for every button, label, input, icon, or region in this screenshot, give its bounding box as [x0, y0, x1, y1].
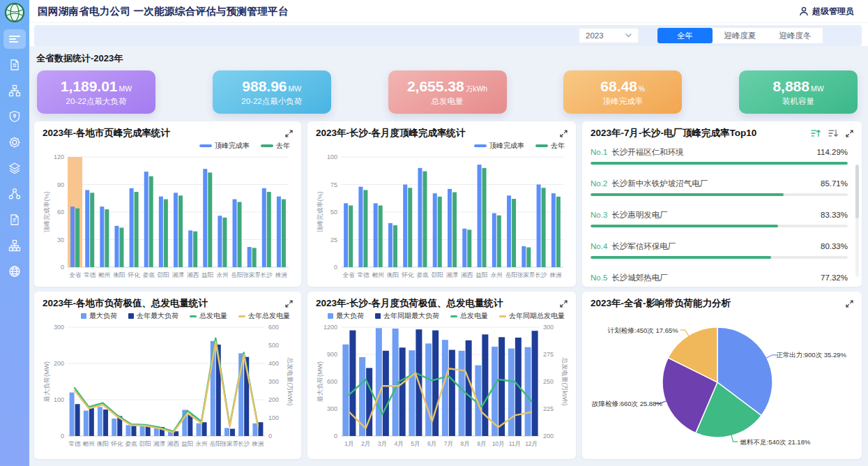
svg-text:永州: 永州 [196, 440, 208, 447]
stat-card: 68.48%顶峰完成率 [563, 70, 682, 114]
shield-icon [8, 110, 21, 123]
legend-item[interactable]: 去年最大负荷 [128, 311, 178, 321]
sidebar-item-overview[interactable] [3, 29, 26, 49]
sidebar [0, 0, 29, 466]
user-menu[interactable]: 超级管理员 [799, 6, 854, 17]
sidebar-item-structure[interactable] [3, 81, 26, 100]
svg-text:100: 100 [54, 396, 64, 403]
svg-text:邵阳: 邵阳 [158, 271, 169, 278]
stat-card: 2,655.38万kWh总发电量 [388, 70, 507, 114]
legend-label: 顶峰完成率 [215, 141, 250, 151]
sort-ascending-icon[interactable] [811, 129, 821, 137]
sidebar-item-security[interactable] [3, 107, 26, 126]
legend-marker [474, 144, 487, 147]
city-load-energy-chart[interactable]: 01002003000100200300400500600最大负荷(MW)总发电… [43, 322, 293, 450]
stat-value: 988.96MW [242, 78, 301, 95]
year-select-value: 2023 [586, 31, 604, 40]
plant-name: 长沙新中水铁炉坡沼气电厂 [611, 179, 821, 189]
legend-item[interactable]: 去年同期最大负荷 [375, 311, 439, 321]
legend-item[interactable]: 最大负荷 [328, 311, 364, 321]
expand-icon[interactable] [560, 130, 568, 137]
legend-marker [190, 315, 197, 317]
completion-percentage: 83.33% [821, 211, 848, 219]
legend-marker [128, 313, 134, 319]
svg-text:顶峰完成率(%): 顶峰完成率(%) [43, 192, 50, 233]
plant-name: 长沙军信环保电厂 [611, 241, 821, 252]
expand-icon[interactable] [846, 130, 853, 137]
svg-text:225: 225 [543, 405, 554, 412]
period-tab[interactable]: 迎峰度冬 [768, 28, 823, 43]
expand-icon[interactable] [846, 300, 853, 308]
ranking-item: No.4长沙军信环保电厂80.33% [591, 241, 848, 259]
svg-text:200: 200 [543, 433, 554, 439]
stat-value: 1,189.01MW [61, 78, 132, 95]
expand-icon[interactable] [285, 300, 293, 308]
legend-item[interactable]: 最大负荷 [81, 311, 117, 321]
legend-item[interactable]: 去年同期总发电量 [499, 311, 565, 321]
svg-text:益阳: 益阳 [201, 271, 213, 278]
month-load-energy-chart[interactable]: 03006009001200200225250275300最大负荷(MW)总发电… [316, 322, 568, 450]
legend-item[interactable]: 顶峰完成率 [474, 141, 524, 151]
legend-item[interactable]: 去年总发电量 [238, 311, 290, 321]
expand-icon[interactable] [285, 130, 293, 137]
svg-text:6月: 6月 [427, 440, 436, 447]
city-peak-rate-chart[interactable]: 0306090120顶峰完成率(%)全省常德郴州衡阳怀化娄底邵阳湘潭湘西益阳永州… [43, 151, 293, 281]
svg-text:张家界: 张家界 [243, 271, 261, 278]
rank-number: No.5 [591, 273, 607, 282]
ranking-item: No.2长沙新中水铁炉坡沼气电厂85.71% [591, 179, 848, 196]
expand-icon[interactable] [560, 300, 568, 308]
panel-title: 2023年-长沙-各月度顶峰完成率统计 [316, 127, 466, 140]
svg-text:郴州: 郴州 [98, 271, 110, 278]
period-tab[interactable]: 全年 [657, 28, 713, 43]
panel-title: 2023年-各地市负荷极值、总发电量统计 [43, 297, 208, 310]
svg-text:4月: 4月 [395, 440, 404, 447]
app-logo-icon [4, 2, 25, 23]
progress-track [591, 193, 848, 196]
legend-item[interactable]: 总发电量 [190, 311, 227, 321]
svg-text:25: 25 [330, 236, 337, 243]
svg-text:长沙: 长沙 [261, 271, 273, 278]
scrollbar-thumb[interactable] [855, 165, 859, 218]
sidebar-item-records[interactable] [3, 210, 26, 230]
svg-text:最大负荷(MW): 最大负荷(MW) [43, 361, 50, 403]
svg-text:300: 300 [543, 324, 554, 331]
chart-legend: 顶峰完成率去年 [316, 140, 565, 151]
legend-item[interactable]: 总发电量 [450, 311, 488, 321]
year-select[interactable]: 2023 [579, 28, 639, 43]
svg-text:娄底: 娄底 [416, 271, 429, 278]
svg-text:郴州: 郴州 [83, 440, 95, 447]
svg-text:张家界: 张家界 [221, 440, 239, 447]
completion-percentage: 114.29% [816, 148, 848, 156]
legend-item[interactable]: 去年 [261, 141, 290, 151]
svg-text:长沙: 长沙 [238, 440, 250, 447]
legend-marker [81, 313, 86, 319]
ranking-item: No.5长沙城郊热电厂77.32% [591, 273, 848, 287]
sidebar-item-settings[interactable] [3, 133, 26, 152]
sort-descending-icon[interactable] [828, 129, 838, 137]
progress-fill [591, 256, 771, 259]
capacity-impact-pie-chart[interactable]: 正常出力:900次 35.29%燃料不足:540次 21.18%故障检修:660… [591, 310, 848, 449]
sidebar-item-network[interactable] [3, 236, 26, 255]
chart-legend: 顶峰完成率去年 [43, 140, 290, 151]
sidebar-item-global[interactable] [3, 262, 26, 281]
svg-text:永州: 永州 [216, 271, 228, 278]
panel-month-load-energy: 2023年-长沙-各月度负荷极值、总发电量统计 最大负荷去年同期最大负荷总发电量… [307, 292, 576, 459]
month-peak-rate-chart[interactable]: 0255075100顶峰完成率(%)全省常德郴州衡阳怀化娄底邵阳湘潭湘西益阳永州… [316, 151, 568, 281]
period-tab[interactable]: 迎峰度夏 [713, 28, 768, 43]
sidebar-item-report[interactable] [3, 55, 26, 75]
plant-name: 长沙惠明发电厂 [611, 210, 821, 220]
svg-text:长沙: 长沙 [535, 271, 548, 278]
svg-text:郴州: 郴州 [372, 271, 384, 278]
progress-track [591, 162, 848, 165]
svg-text:300: 300 [327, 405, 337, 412]
svg-text:顶峰完成率(%): 顶峰完成率(%) [317, 192, 323, 233]
sidebar-item-layers[interactable] [3, 158, 26, 178]
svg-text:12月: 12月 [525, 440, 538, 447]
legend-item[interactable]: 顶峰完成率 [199, 141, 250, 151]
svg-text:50: 50 [330, 209, 337, 216]
gear-icon [8, 136, 21, 149]
ranking-scrollbar[interactable] [855, 165, 859, 277]
stat-unit: MW [289, 84, 302, 93]
sidebar-item-topology[interactable] [3, 184, 26, 204]
legend-item[interactable]: 去年 [535, 141, 565, 151]
